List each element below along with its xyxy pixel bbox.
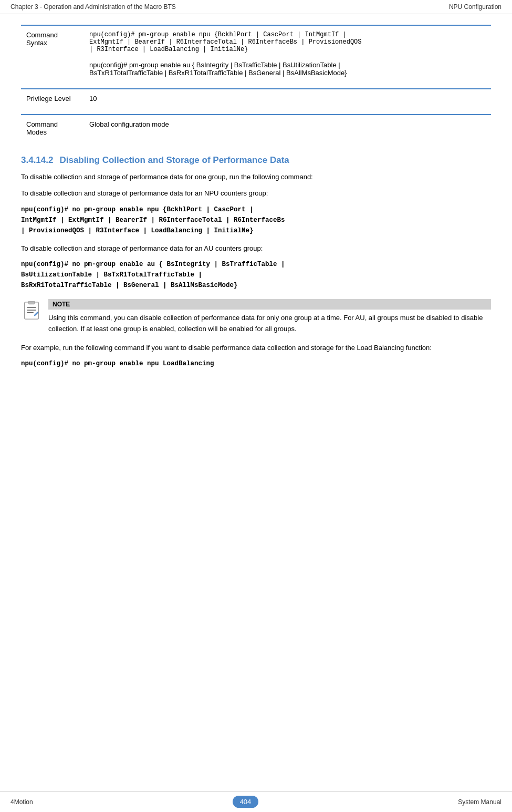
paragraph-1: To disable collection and storage of per… [21,172,491,183]
page-footer: 4Motion 404 System Manual [0,791,512,812]
footer-left: 4Motion [11,798,33,806]
command-modes-table: Command Modes Global configuration mode [21,114,491,142]
footer-page-number: 404 [233,796,259,808]
code-block-example: npu(config)# no pm-group enable npu Load… [21,358,491,369]
note-text: Using this command, you can disable coll… [48,313,491,334]
privilege-level-label: Privilege Level [21,89,84,109]
svg-rect-1 [28,301,34,304]
svg-rect-0 [25,302,39,319]
section-number: 3.4.14.2 [21,155,53,166]
page-header: Chapter 3 - Operation and Administration… [0,0,512,14]
note-content: NOTE Using this command, you can disable… [48,299,491,334]
privilege-level-value: 10 [84,89,491,109]
paragraph-3: To disable collection and storage of per… [21,243,491,254]
section-heading: 3.4.14.2 Disabling Collection and Storag… [21,155,491,166]
section-title: Disabling Collection and Storage of Perf… [59,155,289,166]
paragraph-4: For example, run the following command i… [21,343,491,354]
header-section: NPU Configuration [449,3,501,11]
main-content: Command Syntax npu(config)# pm-group ena… [0,14,512,408]
command-syntax-value: npu(config)# pm-group enable npu {BckhlP… [84,25,491,83]
command-syntax-table: Command Syntax npu(config)# pm-group ena… [21,25,491,83]
code-block-npu: npu(config)# no pm-group enable npu {Bck… [21,204,491,236]
note-icon [21,299,42,334]
code-block-au: npu(config)# no pm-group enable au { BsI… [21,259,491,291]
command-modes-label: Command Modes [21,115,84,142]
paragraph-2: To disable collection and storage of per… [21,188,491,199]
command-syntax-label: Command Syntax [21,25,84,83]
command-syntax-line4: npu(config)# pm-group enable au { BsInte… [89,61,486,77]
footer-right: System Manual [458,798,501,806]
note-box: NOTE Using this command, you can disable… [21,299,491,334]
command-syntax-line1: npu(config)# pm-group enable npu {BckhlP… [89,31,486,53]
command-modes-value: Global configuration mode [84,115,491,142]
privilege-level-table: Privilege Level 10 [21,88,491,109]
note-header: NOTE [48,299,491,310]
header-chapter: Chapter 3 - Operation and Administration… [11,3,176,11]
